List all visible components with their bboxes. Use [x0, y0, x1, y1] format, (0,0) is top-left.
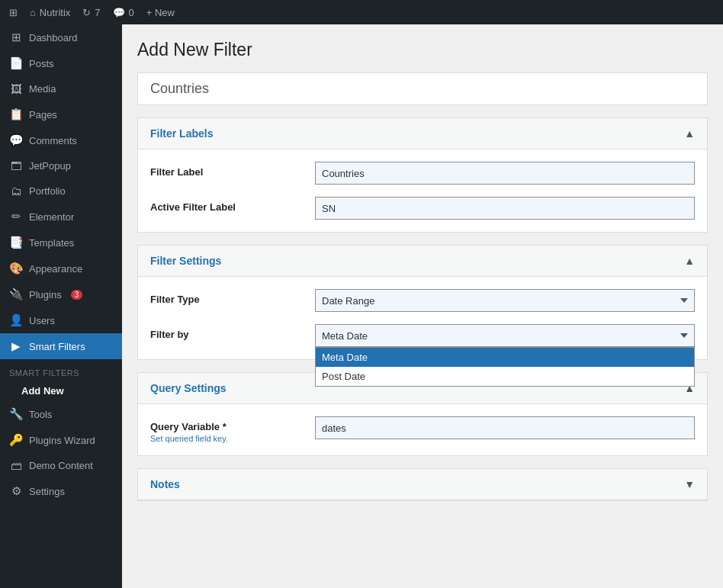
filter-name-value: Countries	[150, 81, 209, 96]
admin-bar-comments[interactable]: 💬 0	[113, 7, 134, 18]
wp-logo-icon: ⊞	[9, 7, 18, 18]
filter-type-select[interactable]: Date Range Checkbox Radio Select Range	[315, 289, 695, 312]
filter-name-box: Countries	[137, 72, 708, 105]
filter-by-wrapper: Meta Date Post Date Meta Date Post Date	[315, 324, 695, 347]
sidebar-item-smart-filters[interactable]: ▶ Smart Filters	[0, 333, 122, 359]
filter-by-select[interactable]: Meta Date Post Date	[315, 324, 695, 347]
sidebar-label-demo-content: Demo Content	[29, 460, 93, 471]
filter-type-row: Filter Type Date Range Checkbox Radio Se…	[150, 289, 695, 312]
filter-by-label: Filter by	[150, 324, 303, 340]
dropdown-option-post-date[interactable]: Post Date	[316, 367, 694, 386]
templates-icon: 📑	[9, 236, 23, 249]
media-icon: 🖼	[9, 82, 23, 95]
active-filter-label-input[interactable]	[315, 197, 695, 220]
sidebar-item-portfolio[interactable]: 🗂 Portfolio	[0, 178, 122, 204]
plugins-icon: 🔌	[9, 288, 23, 301]
sidebar-label-jetpopup: JetPopup	[29, 160, 71, 172]
sidebar-item-elementor[interactable]: ✏ Elementor	[0, 204, 122, 230]
pages-icon: 📋	[9, 108, 23, 121]
filter-label-row: Filter Label	[150, 162, 695, 185]
sidebar-item-plugins[interactable]: 🔌 Plugins 3	[0, 281, 122, 307]
query-variable-label-block: Query Variable * Set queried field key.	[150, 416, 303, 443]
updates-count: 7	[95, 7, 100, 18]
sidebar-label-elementor: Elementor	[29, 211, 74, 223]
main-content: Add New Filter Countries Filter Labels F…	[122, 24, 723, 588]
site-name: Nutritix	[40, 7, 70, 18]
sidebar-item-demo-content[interactable]: 🗃 Demo Content	[0, 453, 122, 478]
sidebar-label-pages: Pages	[29, 109, 57, 120]
sidebar-label-tools: Tools	[29, 409, 52, 420]
notes-header[interactable]: Notes	[138, 469, 707, 500]
admin-bar-site[interactable]: ⌂ Nutritix	[30, 7, 70, 18]
sidebar-item-posts[interactable]: 📄 Posts	[0, 50, 122, 76]
notes-toggle	[684, 478, 695, 490]
filter-label-input[interactable]	[315, 162, 695, 185]
filter-labels-toggle	[684, 127, 695, 140]
page-title: Add New Filter	[137, 40, 708, 60]
sidebar-item-tools[interactable]: 🔧 Tools	[0, 401, 122, 427]
filter-settings-header[interactable]: Filter Settings	[138, 246, 707, 277]
filter-labels-header[interactable]: Filter Labels	[138, 118, 707, 149]
admin-bar-new[interactable]: + New	[146, 7, 175, 18]
query-settings-body: Query Variable * Set queried field key.	[138, 404, 707, 455]
main-layout: ⊞ Dashboard 📄 Posts 🖼 Media 📋 Pages 💬 Co…	[0, 24, 723, 588]
admin-bar: ⊞ ⌂ Nutritix ↻ 7 💬 0 + New	[0, 0, 723, 24]
query-settings-title: Query Settings	[150, 382, 227, 394]
sidebar-item-plugins-wizard[interactable]: 🔑 Plugins Wizard	[0, 427, 122, 453]
filter-type-label: Filter Type	[150, 289, 303, 305]
query-variable-hint: Set queried field key.	[150, 434, 303, 443]
comments-count: 0	[129, 7, 134, 18]
sidebar-label-comments: Comments	[29, 135, 77, 146]
sidebar-item-pages[interactable]: 📋 Pages	[0, 101, 122, 127]
filter-settings-toggle	[684, 255, 695, 267]
filter-by-row: Filter by Meta Date Post Date Meta Date …	[150, 324, 695, 347]
sidebar-item-templates[interactable]: 📑 Templates	[0, 230, 122, 255]
comments-icon: 💬	[113, 7, 125, 18]
sidebar-sub-item-add-new[interactable]: Add New	[0, 381, 122, 401]
sidebar-item-users[interactable]: 👤 Users	[0, 307, 122, 333]
query-variable-input[interactable]	[315, 416, 695, 439]
sidebar-label-portfolio: Portfolio	[29, 185, 66, 197]
admin-bar-logo[interactable]: ⊞	[9, 7, 18, 18]
tools-icon: 🔧	[9, 407, 23, 421]
updates-icon: ↻	[82, 7, 91, 18]
portfolio-icon: 🗂	[9, 185, 23, 198]
admin-bar-updates[interactable]: ↻ 7	[82, 7, 100, 18]
active-filter-label-row: Active Filter Label	[150, 197, 695, 220]
sidebar-label-media: Media	[29, 83, 56, 95]
posts-icon: 📄	[9, 56, 23, 70]
filter-labels-body: Filter Label Active Filter Label	[138, 149, 707, 232]
filter-label-label: Filter Label	[150, 162, 303, 178]
demo-content-icon: 🗃	[9, 459, 23, 472]
sidebar-item-media[interactable]: 🖼 Media	[0, 76, 122, 101]
sidebar-item-jetpopup[interactable]: 🗔 JetPopup	[0, 153, 122, 178]
dropdown-option-meta-date[interactable]: Meta Date	[316, 348, 694, 367]
filter-settings-title: Filter Settings	[150, 255, 221, 267]
sidebar-label-settings: Settings	[29, 486, 65, 497]
settings-icon: ⚙	[9, 484, 23, 498]
filter-settings-section: Filter Settings Filter Type Date Range C…	[137, 245, 708, 360]
plugins-wizard-icon: 🔑	[9, 433, 23, 447]
filter-labels-title: Filter Labels	[150, 127, 213, 140]
sidebar-item-comments[interactable]: 💬 Comments	[0, 127, 122, 153]
plugins-badge: 3	[71, 290, 83, 300]
sidebar-item-settings[interactable]: ⚙ Settings	[0, 478, 122, 504]
users-icon: 👤	[9, 313, 23, 327]
site-icon: ⌂	[30, 7, 36, 18]
dashboard-icon: ⊞	[9, 31, 23, 44]
query-variable-row: Query Variable * Set queried field key.	[150, 416, 695, 443]
sidebar-label-users: Users	[29, 315, 55, 326]
sidebar: ⊞ Dashboard 📄 Posts 🖼 Media 📋 Pages 💬 Co…	[0, 24, 122, 588]
notes-title: Notes	[150, 478, 180, 490]
sidebar-label-smart-filters: Smart Filters	[29, 341, 85, 352]
sidebar-item-dashboard[interactable]: ⊞ Dashboard	[0, 24, 122, 50]
sidebar-label-posts: Posts	[29, 58, 54, 69]
appearance-icon: 🎨	[9, 262, 23, 275]
add-new-label: Add New	[21, 385, 64, 397]
filter-settings-body: Filter Type Date Range Checkbox Radio Se…	[138, 277, 707, 359]
sidebar-label-dashboard: Dashboard	[29, 32, 78, 43]
sidebar-item-appearance[interactable]: 🎨 Appearance	[0, 255, 122, 281]
comments-icon: 💬	[9, 133, 23, 147]
sidebar-label-plugins-wizard: Plugins Wizard	[29, 435, 95, 446]
smart-filters-icon: ▶	[9, 339, 23, 353]
